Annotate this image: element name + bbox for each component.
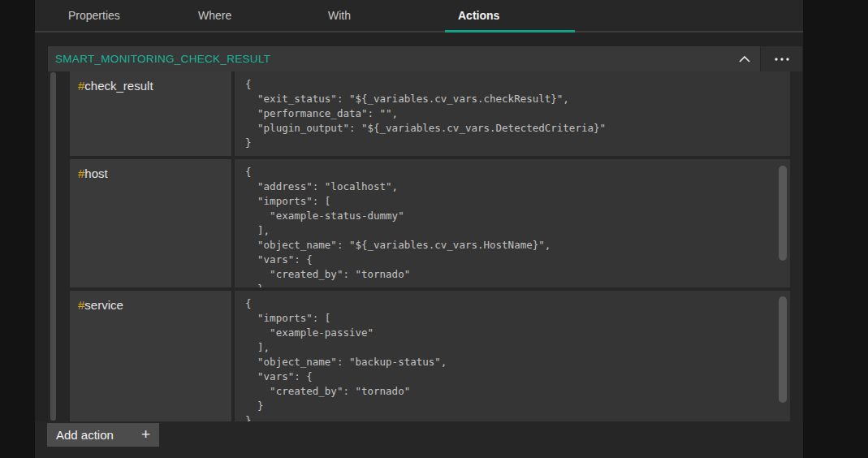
code-scrollbar[interactable] xyxy=(779,296,787,403)
action-card-header: SMART_MONITORING_CHECK_RESULT xyxy=(48,46,802,71)
json-code: { "imports": [ "example-passive" ], "obj… xyxy=(245,296,771,421)
action-row-service: #service { "imports": [ "example-passive… xyxy=(70,291,790,421)
add-action-button[interactable]: Add action + xyxy=(47,423,159,447)
tab-bar: Properties Where With Actions xyxy=(35,0,803,32)
overflow-menu-button[interactable] xyxy=(761,46,802,71)
add-action-label: Add action xyxy=(56,428,114,442)
field-label-host: #host xyxy=(70,159,231,287)
action-rows: #check_result { "exit_status": "${_varia… xyxy=(70,71,790,421)
tab-where[interactable]: Where xyxy=(185,0,315,31)
actions-vertical-scrollbar[interactable] xyxy=(50,72,56,421)
field-name: host xyxy=(84,166,107,180)
main-content: Properties Where With Actions SMART_MONI… xyxy=(35,0,803,458)
tab-properties[interactable]: Properties xyxy=(55,0,185,31)
action-rows-container: #check_result { "exit_status": "${_varia… xyxy=(48,71,802,421)
tab-actions[interactable]: Actions xyxy=(445,0,575,31)
tab-actions-label: Actions xyxy=(458,9,499,22)
field-label-service: #service xyxy=(70,291,231,421)
action-card: SMART_MONITORING_CHECK_RESULT xyxy=(48,46,802,421)
tab-properties-label: Properties xyxy=(68,9,120,22)
plus-icon: + xyxy=(141,426,150,442)
tab-with-label: With xyxy=(328,9,351,22)
json-editor-check-result[interactable]: { "exit_status": "${_variables.cv_vars.c… xyxy=(235,71,790,156)
field-name: service xyxy=(84,298,123,312)
ellipsis-icon xyxy=(775,58,789,61)
json-editor-service[interactable]: { "imports": [ "example-passive" ], "obj… xyxy=(235,291,790,421)
field-name: check_result xyxy=(84,79,153,93)
action-card-title: SMART_MONITORING_CHECK_RESULT xyxy=(48,53,270,65)
tab-with[interactable]: With xyxy=(315,0,445,31)
screen: Properties Where With Actions SMART_MONI… xyxy=(0,0,868,458)
code-scrollbar[interactable] xyxy=(779,166,787,261)
action-row-host: #host { "address": "localhost", "imports… xyxy=(70,159,790,287)
actions-footer: Add action + xyxy=(35,421,803,458)
chevron-up-icon xyxy=(738,55,751,63)
json-code: { "exit_status": "${_variables.cv_vars.c… xyxy=(245,77,771,150)
field-label-check-result: #check_result xyxy=(70,71,231,156)
json-code: { "address": "localhost", "imports": [ "… xyxy=(245,165,771,287)
action-row-check-result: #check_result { "exit_status": "${_varia… xyxy=(70,71,790,156)
json-editor-host[interactable]: { "address": "localhost", "imports": [ "… xyxy=(235,159,790,287)
collapse-button[interactable] xyxy=(729,46,760,71)
tab-where-label: Where xyxy=(198,9,231,22)
